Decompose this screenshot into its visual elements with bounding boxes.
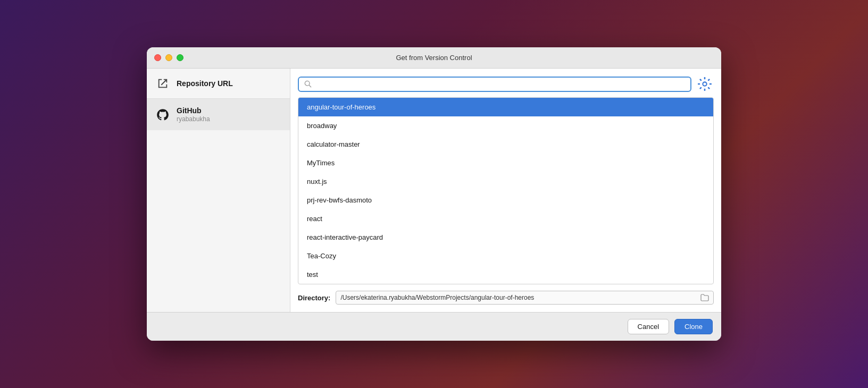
repo-item[interactable]: react	[298, 209, 713, 228]
sidebar-item-github-sublabel: ryababukha	[177, 115, 210, 123]
clone-button[interactable]: Clone	[674, 319, 713, 334]
maximize-button[interactable]	[177, 54, 183, 61]
repo-item[interactable]: calculator-master	[298, 135, 713, 154]
svg-line-1	[309, 85, 311, 87]
sidebar-item-github-content: GitHub ryababukha	[177, 106, 210, 123]
svg-rect-8	[704, 77, 706, 79]
repo-item[interactable]: MyTimes	[298, 154, 713, 172]
svg-rect-12	[704, 89, 706, 91]
svg-rect-15	[699, 79, 702, 81]
github-icon	[155, 107, 170, 122]
svg-rect-14	[698, 83, 700, 85]
search-row	[298, 75, 714, 93]
sidebar-item-repository-url[interactable]: Repository URL	[147, 69, 290, 99]
sidebar-item-repo-url-content: Repository URL	[177, 79, 233, 88]
repo-item[interactable]: Tea-Cozy	[298, 247, 713, 265]
main-window: Get from Version Control Repository URL	[147, 47, 721, 341]
cancel-button[interactable]: Cancel	[628, 319, 669, 334]
folder-icon[interactable]	[700, 294, 709, 301]
minimize-button[interactable]	[165, 54, 172, 61]
window-title: Get from Version Control	[396, 54, 472, 62]
directory-input[interactable]	[340, 294, 697, 301]
svg-rect-10	[710, 83, 712, 85]
sidebar-item-github-label: GitHub	[177, 106, 210, 115]
search-input[interactable]	[316, 80, 685, 88]
repo-item[interactable]: prj-rev-bwfs-dasmoto	[298, 191, 713, 209]
search-icon	[304, 80, 312, 88]
svg-point-7	[703, 82, 706, 85]
window-footer: Cancel Clone	[147, 312, 721, 341]
main-content: .settings-icon-btn { position: relative;…	[290, 69, 721, 312]
repo-item[interactable]: nuxt.js	[298, 172, 713, 191]
settings-icon-button[interactable]	[696, 75, 714, 93]
window-body: Repository URL GitHub ryababukha	[147, 69, 721, 312]
titlebar: Get from Version Control	[147, 47, 721, 69]
directory-label: Directory:	[298, 294, 330, 302]
repo-item[interactable]: react-interactive-paycard	[298, 228, 713, 247]
sidebar-item-repo-url-label: Repository URL	[177, 79, 233, 88]
repo-item[interactable]: test	[298, 265, 713, 284]
search-box	[298, 77, 691, 92]
repo-item[interactable]: angular-tour-of-heroes	[298, 98, 713, 116]
repo-url-icon	[155, 76, 170, 91]
gear-icon	[698, 77, 712, 91]
sidebar: Repository URL GitHub ryababukha	[147, 69, 290, 312]
svg-rect-11	[707, 87, 710, 89]
repo-item[interactable]: broadway	[298, 116, 713, 135]
close-button[interactable]	[154, 54, 161, 61]
directory-input-wrap	[336, 291, 714, 305]
sidebar-item-github[interactable]: GitHub ryababukha	[147, 99, 290, 130]
svg-rect-13	[699, 87, 702, 89]
svg-rect-9	[707, 79, 710, 81]
directory-row: Directory:	[298, 291, 714, 312]
traffic-lights	[154, 54, 183, 61]
repo-list: angular-tour-of-heroes broadway calculat…	[298, 97, 714, 284]
